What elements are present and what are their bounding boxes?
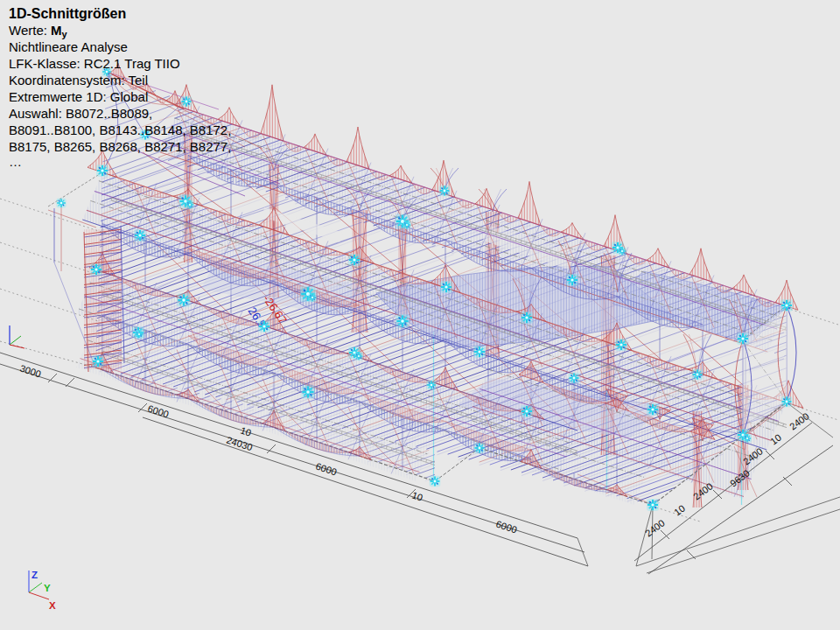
- svg-text:Nichtlineare Analyse: Nichtlineare Analyse: [9, 39, 128, 54]
- svg-text:B8091..B8100, B8143..B8148, B8: B8091..B8100, B8143..B8148, B8172,: [9, 122, 231, 137]
- svg-text:Auswahl: B8072..B8089,: Auswahl: B8072..B8089,: [9, 106, 152, 121]
- svg-text:1D-Schnittgrößen: 1D-Schnittgrößen: [9, 6, 126, 21]
- svg-text:B8175, B8265, B8268, B8271, B8: B8175, B8265, B8268, B8271, B8277,: [9, 139, 231, 154]
- svg-text:Z: Z: [32, 570, 38, 580]
- svg-text:Y: Y: [44, 583, 51, 593]
- svg-text:…: …: [9, 154, 22, 169]
- svg-text:Werte: My: Werte: My: [9, 23, 68, 39]
- svg-text:LFK-Klasse: RC2.1 Trag TIIO: LFK-Klasse: RC2.1 Trag TIIO: [9, 56, 180, 71]
- svg-text:Extremwerte 1D: Global: Extremwerte 1D: Global: [9, 89, 148, 104]
- svg-text:Koordinatensystem: Teil: Koordinatensystem: Teil: [9, 73, 148, 88]
- svg-text:X: X: [49, 600, 56, 611]
